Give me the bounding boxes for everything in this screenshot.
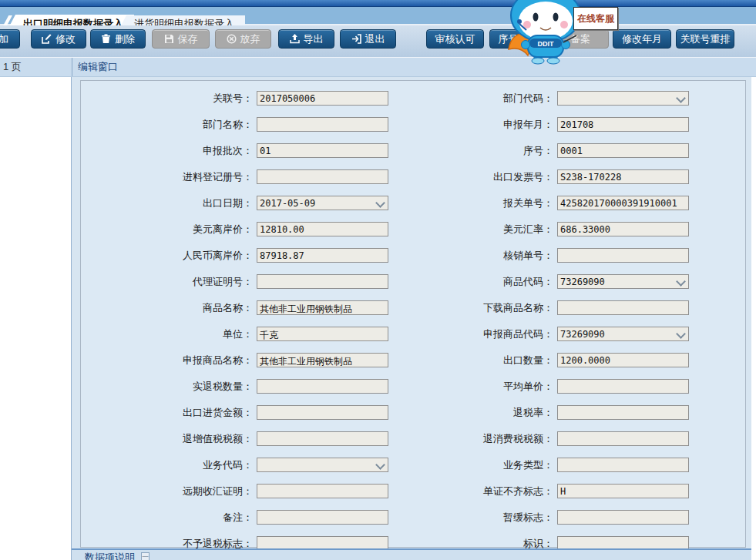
toolbar-button-label: 审核认可: [435, 32, 475, 46]
form-input-下载商品名称[interactable]: [557, 300, 689, 315]
edit-form-panel: 关联号：2017050006部门代码：部门名称：申报年月：201708申报批次：…: [80, 80, 746, 548]
form-field-label: 美元汇率：: [386, 222, 553, 236]
form-field-label: 代理证明号：: [86, 274, 253, 289]
form-field-label: 出口数量：: [386, 353, 553, 367]
toolbar-button-label: 删除: [115, 32, 135, 46]
toolbar-button-label: 修改: [55, 32, 76, 46]
toolbar-button-退出[interactable]: 退出: [340, 29, 396, 49]
form-field-label: 申报批次：: [86, 143, 253, 158]
toolbar: 增加修改删除保存放弃导出退出审核认可序号重排备案修改年月关联号重排: [0, 25, 756, 57]
toolbar-button-label: 保存: [178, 32, 198, 46]
form-input-申报商品代码[interactable]: 73269090: [557, 327, 689, 341]
form-input-业务类型[interactable]: [557, 458, 689, 472]
form-input-部门名称[interactable]: [257, 117, 388, 132]
form-input-申报批次[interactable]: 01: [257, 143, 388, 158]
toolbar-button-审核认可[interactable]: 审核认可: [426, 29, 484, 49]
form-input-value: 0001: [560, 146, 583, 156]
form-field-label: 关联号：: [86, 91, 253, 106]
form-input-value: 01: [260, 146, 270, 156]
form-input-部门代码[interactable]: [557, 91, 689, 106]
form-input-value: 12810.00: [260, 224, 304, 235]
form-input-出口数量[interactable]: 1200.0000: [557, 353, 689, 367]
form-field-label: 商品代码：: [386, 274, 553, 289]
form-field-label: 商品名称：: [86, 300, 253, 315]
form-input-出口进货金额[interactable]: [257, 405, 388, 420]
discard-icon: [227, 34, 237, 44]
collapse-icon[interactable]: —: [141, 552, 150, 560]
form-input-人民币离岸价[interactable]: 87918.87: [257, 248, 388, 263]
form-input-单位[interactable]: 千克: [257, 327, 388, 341]
form-input-备注[interactable]: [257, 510, 388, 525]
form-input-出口发票号[interactable]: S238-170228: [557, 169, 689, 184]
form-input-商品代码[interactable]: 73269090: [557, 274, 689, 289]
form-input-美元离岸价[interactable]: 12810.00: [257, 222, 388, 236]
divider: [72, 58, 72, 76]
form-input-美元汇率[interactable]: 686.33000: [557, 222, 689, 236]
form-field-label: 业务代码：: [86, 458, 253, 472]
toolbar-button-导出[interactable]: 导出: [278, 29, 334, 49]
form-input-value: 其他非工业用钢铁制品: [260, 356, 352, 367]
exit-icon: [351, 34, 361, 44]
form-input-退税率[interactable]: [557, 405, 689, 420]
form-input-报关单号[interactable]: 425820170000391910001: [557, 196, 689, 210]
online-support-tooltip[interactable]: 在线客服: [573, 7, 618, 30]
form-input-暂缓标志[interactable]: [557, 510, 689, 525]
form-input-代理证明号[interactable]: [257, 274, 388, 289]
toolbar-button-增加[interactable]: 增加: [0, 29, 20, 49]
mascot-name-label: DDIT: [538, 40, 554, 48]
form-input-业务代码[interactable]: [257, 458, 388, 472]
form-field-label: 美元离岸价：: [86, 222, 253, 236]
toolbar-button-保存[interactable]: 保存: [152, 29, 210, 49]
edit-window-title: 编辑窗口: [78, 58, 118, 76]
page-count-label: 1 页: [3, 58, 22, 76]
chevron-down-icon[interactable]: [676, 329, 686, 339]
toolbar-button-放弃[interactable]: 放弃: [215, 29, 271, 49]
chevron-down-icon[interactable]: [676, 277, 686, 287]
toolbar-button-修改[interactable]: 修改: [31, 29, 86, 49]
save-icon: [164, 34, 174, 44]
form-field-label: 备注：: [86, 510, 253, 525]
toolbar-button-修改年月[interactable]: 修改年月: [613, 29, 671, 49]
form-input-平均单价[interactable]: [557, 379, 689, 394]
form-input-实退税数量[interactable]: [257, 379, 388, 394]
form-field-label: 平均单价：: [386, 379, 553, 394]
toolbar-button-关联号重排[interactable]: 关联号重排: [676, 29, 734, 49]
form-input-value: 2017050006: [260, 93, 315, 104]
form-input-退增值税税额[interactable]: [257, 431, 388, 446]
form-field-label: 下载商品名称：: [386, 300, 553, 315]
toolbar-button-label: 关联号重排: [680, 32, 731, 46]
form-field-label: 退税率：: [386, 405, 553, 420]
toolbar-button-label: 放弃: [240, 32, 260, 46]
toolbar-button-label: 修改年月: [622, 32, 662, 46]
form-field-label: 业务类型：: [386, 458, 553, 472]
form-input-value: H: [560, 486, 566, 497]
form-input-商品名称[interactable]: 其他非工业用钢铁制品: [257, 300, 388, 315]
footer-bar: 数据项说明 —: [72, 548, 751, 560]
form-input-序号[interactable]: 0001: [557, 143, 689, 158]
form-field-label: 申报商品名称：: [86, 353, 253, 367]
form-field-label: 暂缓标志：: [386, 510, 553, 525]
form-input-申报年月[interactable]: 201708: [557, 117, 689, 132]
form-field-label: 出口日期：: [86, 196, 253, 210]
form-input-进料登记册号[interactable]: [257, 169, 388, 184]
form-input-单证不齐标志[interactable]: H: [557, 484, 689, 498]
right-margin: [751, 77, 756, 560]
form-input-value: 686.33000: [560, 224, 610, 235]
toolbar-button-删除[interactable]: 删除: [90, 29, 146, 49]
form-input-关联号[interactable]: 2017050006: [257, 91, 388, 106]
form-field-label: 退消费税税额：: [386, 431, 553, 446]
form-input-申报商品名称[interactable]: 其他非工业用钢铁制品: [257, 353, 388, 367]
form-field-label: 序号：: [386, 143, 553, 158]
toolbar-button-label: 导出: [304, 32, 324, 46]
form-input-远期收汇证明[interactable]: [257, 484, 388, 498]
chevron-down-icon[interactable]: [375, 460, 385, 470]
form-input-value: 1200.0000: [560, 355, 610, 366]
form-input-核销单号[interactable]: [557, 248, 689, 263]
form-input-退消费税税额[interactable]: [557, 431, 689, 446]
form-input-出口日期[interactable]: 2017-05-09: [257, 196, 388, 210]
form-field-label: 报关单号：: [386, 196, 553, 210]
sidebar-list-panel[interactable]: [0, 77, 72, 560]
chevron-down-icon[interactable]: [375, 198, 385, 208]
chevron-down-icon[interactable]: [676, 93, 686, 103]
export-icon: [290, 34, 300, 44]
